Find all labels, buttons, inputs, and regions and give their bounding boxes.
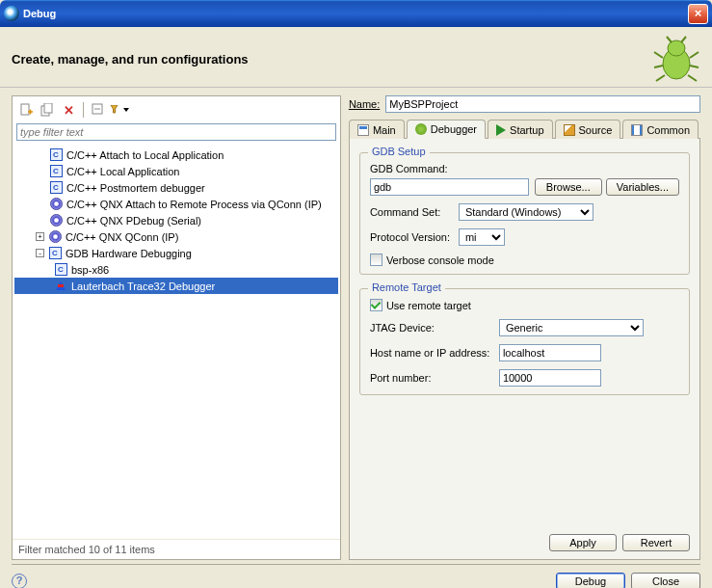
tab-common[interactable]: Common xyxy=(622,120,699,139)
debug-bug-icon xyxy=(652,35,700,83)
apply-button[interactable]: Apply xyxy=(549,534,617,551)
tab-label: Common xyxy=(646,124,690,136)
gdb-command-input[interactable] xyxy=(370,178,529,196)
debug-button[interactable]: Debug xyxy=(556,573,625,588)
tab-label: Source xyxy=(579,124,613,136)
svg-rect-12 xyxy=(44,103,52,113)
svg-line-2 xyxy=(654,52,663,58)
gdb-setup-title: GDB Setup xyxy=(368,146,430,157)
tree-item[interactable]: C/C++ QNX Attach to Remote Process via Q… xyxy=(14,196,338,212)
svg-line-4 xyxy=(654,66,663,67)
c-launch-icon: C xyxy=(48,147,64,163)
tab-source[interactable]: Source xyxy=(555,120,621,139)
titlebar: Debug × xyxy=(0,0,712,27)
config-name-input[interactable] xyxy=(385,95,700,113)
new-config-icon[interactable] xyxy=(16,100,36,120)
verbose-label: Verbose console mode xyxy=(386,254,494,266)
config-tree[interactable]: CC/C++ Attach to Local ApplicationCC/C++… xyxy=(13,145,340,539)
tree-item[interactable]: CC/C++ Postmortem debugger xyxy=(14,179,338,196)
revert-button[interactable]: Revert xyxy=(622,534,690,551)
config-editor: Name: MainDebuggerStartupSourceCommon GD… xyxy=(349,95,700,560)
app-icon xyxy=(4,6,19,21)
tree-item[interactable]: Lauterbach Trace32 Debugger xyxy=(14,278,338,294)
tree-item[interactable]: -CGDB Hardware Debugging xyxy=(14,245,338,261)
c-launch-icon: C xyxy=(48,180,64,196)
filter-menu-icon[interactable] xyxy=(110,100,129,120)
protocol-version-select[interactable]: mi xyxy=(459,228,505,246)
svg-line-8 xyxy=(667,37,672,42)
tree-item-label: C/C++ QNX Attach to Remote Process via Q… xyxy=(66,199,322,210)
config-toolbar: ✕ xyxy=(13,96,340,123)
variables-button[interactable]: Variables... xyxy=(606,178,679,196)
collapse-all-icon[interactable] xyxy=(89,100,108,120)
verbose-checkbox[interactable] xyxy=(370,254,382,266)
gdb-setup-group: GDB Setup GDB Command: Browse... Variabl… xyxy=(359,152,690,275)
remote-target-title: Remote Target xyxy=(368,281,445,293)
c-launch-icon: C xyxy=(47,246,63,261)
duplicate-config-icon[interactable] xyxy=(38,100,57,120)
jtag-device-label: JTAG Device: xyxy=(370,322,499,334)
tabs: MainDebuggerStartupSourceCommon xyxy=(349,119,700,139)
debugger-tab-body: GDB Setup GDB Command: Browse... Variabl… xyxy=(349,139,700,560)
filter-input[interactable] xyxy=(16,123,336,141)
header: Create, manage, and run configurations xyxy=(0,27,712,88)
c-launch-icon: C xyxy=(48,164,64,179)
command-set-label: Command Set: xyxy=(370,206,459,218)
host-input[interactable] xyxy=(499,344,601,361)
main-tab-icon xyxy=(357,124,369,136)
tree-item-label: C/C++ QNX PDebug (Serial) xyxy=(66,215,201,227)
page-title: Create, manage, and run configurations xyxy=(12,52,652,67)
tree-item-label: GDB Hardware Debugging xyxy=(66,248,192,259)
tab-startup[interactable]: Startup xyxy=(488,120,552,139)
tree-item-label: Lauterbach Trace32 Debugger xyxy=(71,281,215,292)
port-label: Port number: xyxy=(370,372,499,384)
debugger-tab-icon xyxy=(415,123,427,135)
tree-item[interactable]: +C/C++ QNX QConn (IP) xyxy=(14,228,338,245)
browse-button[interactable]: Browse... xyxy=(535,178,602,196)
tree-item-label: C/C++ Attach to Local Application xyxy=(66,149,224,161)
svg-line-7 xyxy=(688,75,697,81)
svg-rect-10 xyxy=(21,104,29,115)
protocol-version-label: Protocol Version: xyxy=(370,231,459,243)
svg-line-5 xyxy=(690,66,699,67)
c-launch-icon: C xyxy=(53,262,68,278)
jtag-device-select[interactable]: Generic xyxy=(499,319,644,336)
host-label: Host name or IP address: xyxy=(370,347,499,359)
startup-tab-icon xyxy=(496,124,506,136)
tab-debugger[interactable]: Debugger xyxy=(407,120,486,139)
gdb-command-label: GDB Command: xyxy=(370,163,448,174)
tree-item[interactable]: Cbsp-x86 xyxy=(14,261,338,278)
qnx-launch-icon xyxy=(48,213,64,228)
port-input[interactable] xyxy=(499,369,601,387)
help-icon[interactable]: ? xyxy=(12,574,27,588)
tree-item[interactable]: CC/C++ Local Application xyxy=(14,163,338,179)
svg-line-9 xyxy=(681,37,686,42)
tab-label: Debugger xyxy=(431,123,477,135)
svg-line-3 xyxy=(690,52,699,58)
common-tab-icon xyxy=(631,124,643,136)
command-set-select[interactable]: Standard (Windows) xyxy=(459,203,593,221)
expander-icon[interactable]: - xyxy=(36,249,44,257)
tab-main[interactable]: Main xyxy=(349,120,405,139)
close-button[interactable]: Close xyxy=(631,573,700,588)
tree-item[interactable]: C/C++ QNX PDebug (Serial) xyxy=(14,212,338,228)
expander-icon[interactable]: + xyxy=(36,232,44,241)
svg-point-1 xyxy=(668,40,685,56)
svg-line-6 xyxy=(656,75,665,81)
tree-item-label: C/C++ QNX QConn (IP) xyxy=(66,231,178,243)
config-panel: ✕ CC/C++ Attach to Local ApplicationCC/C… xyxy=(12,95,341,560)
window-title: Debug xyxy=(23,8,688,19)
tree-item[interactable]: CC/C++ Attach to Local Application xyxy=(14,147,338,163)
delete-config-icon[interactable]: ✕ xyxy=(59,100,78,120)
filter-count-label: Filter matched 10 of 11 items xyxy=(13,539,340,559)
use-remote-checkbox[interactable] xyxy=(370,299,382,311)
name-label: Name: xyxy=(349,98,380,110)
tab-label: Startup xyxy=(510,124,543,136)
tab-label: Main xyxy=(373,124,396,136)
tree-item-label: C/C++ Local Application xyxy=(66,166,179,177)
close-icon[interactable]: × xyxy=(688,4,708,24)
qnx-launch-icon xyxy=(48,197,64,212)
footer: ? Debug Close xyxy=(0,565,712,588)
qnx-launch-icon xyxy=(47,229,63,245)
trace32-icon xyxy=(53,279,68,294)
